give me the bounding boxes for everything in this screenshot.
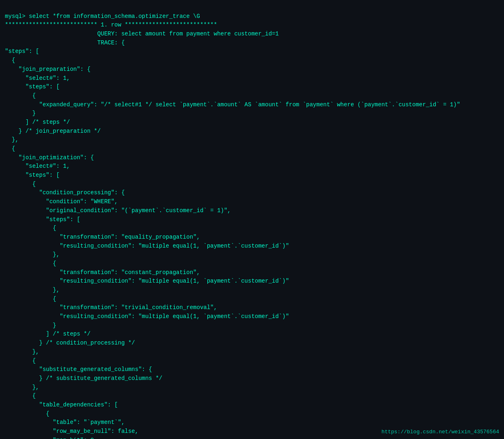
terminal-text: mysql> select *from information_schema.o… xyxy=(5,13,460,439)
watermark: https://blog.csdn.net/weixin_43576564 xyxy=(381,429,499,435)
terminal-output: mysql> select *from information_schema.o… xyxy=(0,0,504,439)
